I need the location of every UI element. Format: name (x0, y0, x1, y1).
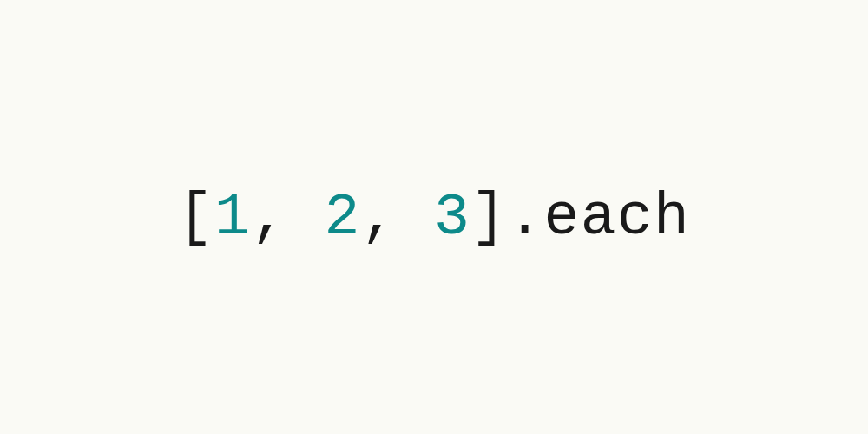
space-2 (398, 184, 434, 251)
code-snippet: [1, 2, 3].each (178, 184, 690, 251)
number-literal-1: 1 (214, 184, 251, 251)
open-bracket: [ (178, 184, 214, 251)
number-literal-2: 2 (324, 184, 360, 251)
number-literal-3: 3 (434, 184, 470, 251)
method-call: .each (507, 184, 690, 251)
comma-1: , (251, 184, 287, 251)
space-1 (287, 184, 324, 251)
comma-2: , (361, 184, 398, 251)
close-bracket: ] (470, 184, 507, 251)
